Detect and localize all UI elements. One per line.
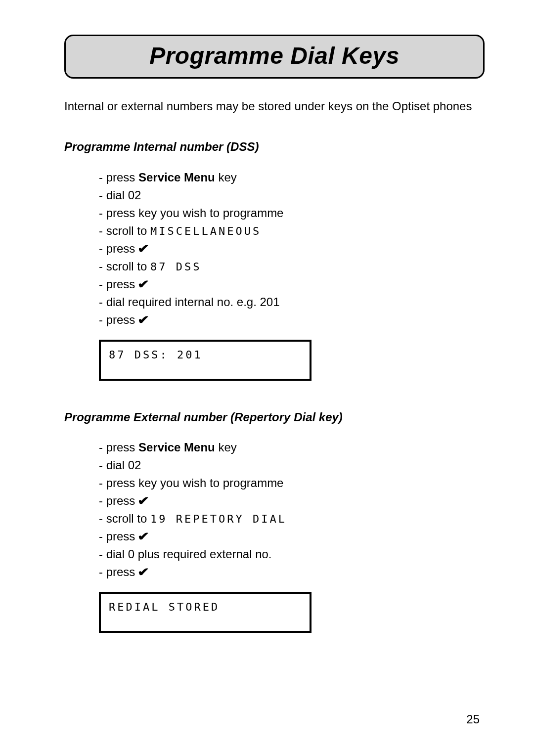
page-title: Programme Dial Keys [71,42,478,69]
step: - press ✔ [99,563,485,581]
step: - scroll to 19 REPETORY DIAL [99,510,485,528]
text: - press [99,441,138,454]
step: - scroll to MISCELLANEOUS [99,222,485,240]
check-icon: ✔ [137,563,149,581]
step: - press Service Menu key [99,169,485,186]
text: key [215,441,237,454]
section2-heading: Programme External number (Repertory Dia… [64,409,485,425]
text: - press [99,494,138,507]
section2-steps: - press Service Menu key - dial 02 - pre… [99,439,485,581]
text: - press [99,313,138,326]
text: - scroll to [99,512,150,525]
text: - press [99,530,138,543]
lcd-text: 87 DSS [150,261,201,273]
text: - press [99,565,138,578]
step: - press key you wish to programme [99,474,485,492]
step: - press key you wish to programme [99,204,485,222]
check-icon: ✔ [137,492,149,510]
step: - dial 0 plus required external no. [99,545,485,563]
step: - scroll to 87 DSS [99,258,485,275]
check-icon: ✔ [137,275,149,293]
step: - dial 02 [99,456,485,474]
lcd-text: MISCELLANEOUS [150,225,261,237]
step: - dial 02 [99,186,485,204]
lcd-text: 19 REPETORY DIAL [150,513,287,525]
text: - scroll to [99,260,150,273]
text: - press [99,242,138,255]
text: - scroll to [99,224,150,237]
step: - press Service Menu key [99,439,485,456]
text: key [215,171,237,184]
text: - press [99,277,138,291]
check-icon: ✔ [137,240,149,258]
section1-steps: - press Service Menu key - dial 02 - pre… [99,169,485,329]
step: - press ✔ [99,240,485,258]
title-banner: Programme Dial Keys [64,35,485,79]
lcd-display: REDIAL STORED [99,592,312,633]
lcd-display-text: 87 DSS: 201 [109,349,302,361]
step: - press ✔ [99,275,485,293]
step: - press ✔ [99,492,485,510]
text: - press [99,171,138,184]
lcd-display-text: REDIAL STORED [109,601,302,613]
lcd-display: 87 DSS: 201 [99,340,312,381]
step: - press ✔ [99,311,485,329]
check-icon: ✔ [137,528,149,545]
page-number: 25 [466,712,480,726]
section1-heading: Programme Internal number (DSS) [64,139,485,154]
step: - press ✔ [99,528,485,545]
check-icon: ✔ [137,311,149,329]
step: - dial required internal no. e.g. 201 [99,293,485,311]
keyword: Service Menu [138,171,215,184]
keyword: Service Menu [138,441,215,454]
intro-text: Internal or external numbers may be stor… [64,98,485,114]
